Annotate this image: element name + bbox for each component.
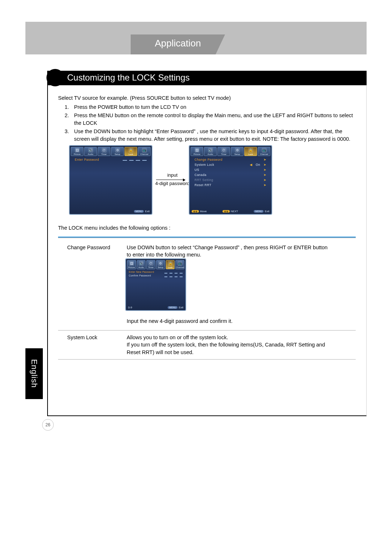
divider: [58, 359, 356, 360]
osd-tabs: 🖼Picture 🔊Audio ⏱Timer ⚙Setup 🔒Lock 📺Cha…: [189, 146, 271, 157]
audio-icon: 🔊: [88, 148, 93, 153]
setup-icon: ⚙: [158, 261, 163, 266]
password-slots: [164, 271, 183, 274]
app-title-tab: Application: [131, 34, 225, 54]
setup-icon: ⚙: [235, 148, 240, 153]
picture-icon: 🖼: [129, 261, 134, 266]
password-slots: [164, 274, 183, 277]
audio-icon: 🔊: [208, 148, 213, 153]
language-tab: English: [25, 348, 43, 399]
step-1: Press the POWER button to turn the LCD T…: [70, 103, 356, 111]
osd-tab-audio: 🔊Audio: [204, 147, 217, 156]
osd-footer: 0-9 MENUExit: [128, 306, 183, 309]
password-slots: [123, 158, 147, 161]
osd-footer: MENUExit: [72, 210, 150, 213]
timer-icon: ⏱: [221, 148, 226, 153]
osd-tab-picture: 🖼Picture: [191, 147, 203, 156]
chevron-left-icon: ◀: [250, 163, 253, 167]
osd-row-system-lock: System Lock◀ On ➤: [189, 162, 271, 167]
osd-tab-picture: 🖼Picture: [71, 147, 83, 156]
channel-icon: 📺: [177, 261, 183, 266]
osd-row-enter-new: Enter New Password: [126, 270, 185, 274]
osd-tab-channel: 📺Channel: [258, 147, 270, 156]
chevron-right-icon: ➤: [264, 183, 267, 187]
osd-change-password: 🖼Picture 🔊Audio ⏱Timer ⚙Setup 🔒Lock 📺Cha…: [125, 258, 186, 311]
osd-tabs: 🖼Picture 🔊Audio ⏱Timer ⚙Setup 🔒Lock 📺Cha…: [126, 259, 185, 270]
chevron-right-icon: ➤: [264, 178, 267, 182]
option-desc: Allows you to turn on or off the system …: [127, 334, 330, 356]
osd-tabs: 🖼Picture 🔊Audio ⏱Timer ⚙Setup 🔒Lock 📺Cha…: [70, 146, 152, 157]
dpad-icon: ◉◉: [192, 210, 199, 213]
option-label: Change Password: [67, 244, 125, 251]
page-number: 26: [42, 419, 54, 431]
section-bullet-icon: [46, 69, 64, 86]
chevron-right-icon: ➤: [264, 173, 267, 177]
osd-tab-setup: ⚙Setup: [111, 147, 124, 156]
picture-icon: 🖼: [75, 148, 80, 153]
osd-tab-channel: 📺Channel: [175, 260, 184, 269]
osd-row-us: US➤: [189, 167, 271, 172]
body-text: Select TV source for example. (Press SOU…: [58, 94, 356, 144]
osd-row-canada: Canada➤: [189, 172, 271, 177]
step-2: Press the MENU button on the remote cont…: [70, 112, 356, 127]
osd-row-confirm: Confirm Password: [126, 274, 185, 278]
arrow-label: input: [156, 172, 189, 178]
osd-tab-lock: 🔒Lock: [166, 260, 175, 269]
dpad-icon: ◉◉: [222, 210, 230, 213]
option-change-password: Change Password Use DOWN button to selec…: [67, 244, 356, 259]
timer-icon: ⏱: [102, 148, 107, 153]
osd-enter-password: 🖼Picture 🔊Audio ⏱Timer ⚙Setup 🔒Lock 📺Cha…: [69, 145, 152, 215]
osd-row-reset-rrt: Reset RRT➤: [189, 182, 271, 188]
osd-row-change-password: Change Password➤: [189, 157, 271, 162]
arrow-icon: [156, 180, 185, 180]
menu-key-icon: MENU: [254, 210, 264, 213]
option-label: System Lock: [67, 334, 125, 341]
option-desc-2: Input the new 4-digit password and confi…: [127, 317, 330, 325]
option-change-password-tail: Input the new 4-digit password and confi…: [67, 317, 356, 325]
osd-tab-lock: 🔒Lock: [244, 147, 257, 156]
chevron-right-icon: ➤: [264, 158, 267, 161]
osd-tab-setup: ⚙Setup: [231, 147, 244, 156]
setup-icon: ⚙: [115, 148, 120, 153]
osd-tab-channel: 📺Channel: [138, 147, 151, 156]
osd-tab-audio: 🔊Audio: [84, 147, 97, 156]
menu-key-icon: MENU: [168, 306, 177, 309]
step-3: Use the DOWN button to highlight “Enter …: [70, 128, 356, 143]
audio-icon: 🔊: [139, 261, 144, 266]
lock-icon: 🔒: [128, 148, 134, 153]
menu-key-icon: MENU: [134, 210, 144, 213]
option-system-lock: System Lock Allows you to turn on or off…: [67, 334, 356, 356]
osd-row-rrt-setting: RRT Setting➤: [189, 177, 271, 182]
osd-lock-menu: 🖼Picture 🔊Audio ⏱Timer ⚙Setup 🔒Lock 📺Cha…: [189, 145, 272, 215]
lock-icon: 🔒: [248, 148, 253, 153]
arrow-sub-label: 4-digit password: [152, 181, 192, 186]
section-title: Customizing the LOCK Settings: [67, 73, 190, 83]
channel-icon: 📺: [142, 148, 147, 153]
osd-tab-lock: 🔒Lock: [124, 147, 137, 156]
lock-icon: 🔒: [168, 261, 173, 266]
chevron-right-icon: ➤: [264, 163, 267, 167]
osd-tab-setup: ⚙Setup: [156, 260, 165, 269]
osd-row-enter-password: Enter Password: [70, 157, 152, 162]
timer-icon: ⏱: [148, 261, 154, 266]
osd-tab-timer: ⏱Timer: [98, 147, 110, 156]
divider-accent: [58, 237, 356, 238]
options-intro: The LOCK menu includes the following opt…: [58, 225, 171, 231]
osd-tab-timer: ⏱Timer: [146, 260, 155, 269]
steps-list: Press the POWER button to turn the LCD T…: [58, 103, 356, 143]
chevron-right-icon: ➤: [264, 168, 267, 172]
osd-tab-timer: ⏱Timer: [217, 147, 230, 156]
picture-icon: 🖼: [195, 148, 200, 153]
osd-tab-picture: 🖼Picture: [127, 260, 136, 269]
channel-icon: 📺: [262, 148, 267, 153]
intro-line: Select TV source for example. (Press SOU…: [58, 94, 356, 102]
option-desc: Use DOWN button to select “Change Passwo…: [127, 244, 330, 259]
divider: [58, 330, 356, 331]
osd-tab-audio: 🔊Audio: [137, 260, 146, 269]
osd-footer: ◉◉Move ◉◉NEXT MENUExit: [192, 210, 269, 213]
